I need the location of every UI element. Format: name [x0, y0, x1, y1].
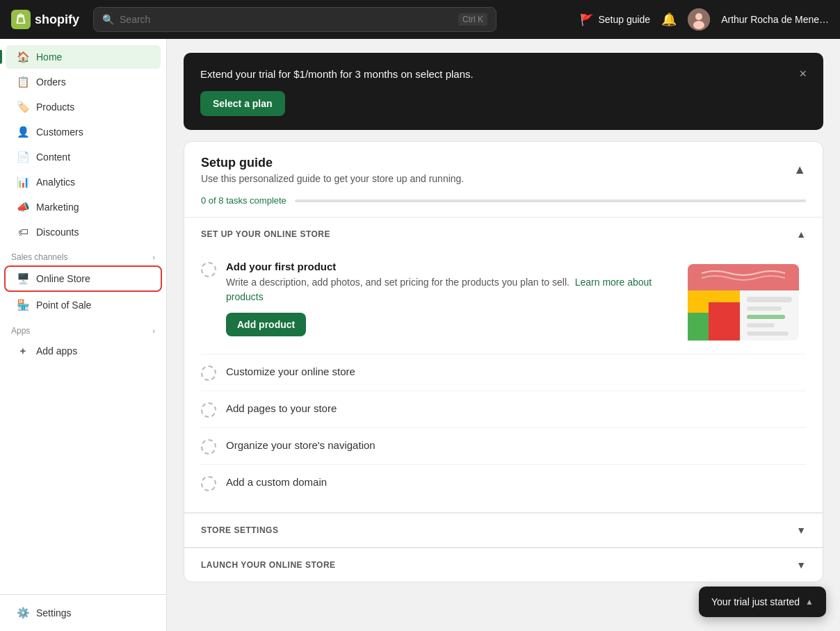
progress-text: 0 of 8 tasks complete	[201, 195, 286, 206]
products-icon: 🏷️	[17, 101, 29, 113]
search-shortcut: Ctrl K	[458, 13, 487, 26]
svg-rect-9	[709, 302, 740, 341]
home-icon: 🏠	[17, 51, 29, 63]
search-icon: 🔍	[102, 14, 114, 25]
settings-section: ⚙️ Settings	[0, 594, 166, 631]
search-input[interactable]	[120, 14, 453, 25]
sidebar-item-label: Marketing	[36, 202, 79, 213]
online-store-icon: 🖥️	[17, 272, 29, 285]
setup-guide-header: Setup guide Use this personalized guide …	[184, 142, 823, 195]
sidebar: 🏠 Home 📋 Orders 🏷️ Products 👤 Customers …	[0, 39, 167, 631]
main-content: Extend your trial for $1/month for 3 mon…	[167, 39, 840, 631]
task-circle-customize	[201, 366, 216, 381]
setup-guide-subtitle: Use this personalized guide to get your …	[201, 173, 464, 184]
task-item-custom-domain[interactable]: Add a custom domain	[201, 464, 806, 501]
task-title-add-product: Add your first product	[226, 261, 671, 272]
marketing-icon: 📣	[17, 201, 29, 213]
topnav-right: 🚩 Setup guide 🔔 Arthur Rocha de Mene…	[580, 8, 829, 31]
sidebar-item-label: Add apps	[36, 345, 77, 357]
topnav: shopify 🔍 Ctrl K 🚩 Setup guide 🔔 Arthur …	[0, 0, 840, 39]
task-list: Add your first product Write a descripti…	[184, 251, 823, 512]
task-illustration	[681, 261, 806, 344]
shopify-bag-icon	[11, 10, 31, 29]
sidebar-item-discounts[interactable]: 🏷 Discounts	[6, 220, 161, 243]
sidebar-item-add-apps[interactable]: + Add apps	[6, 339, 161, 362]
task-circle-navigation	[201, 439, 216, 454]
task-item-customize-store[interactable]: Customize your online store	[201, 354, 806, 391]
sales-channels-section: Sales channels ›	[0, 244, 166, 265]
setup-guide-collapse-button[interactable]: ▲	[793, 163, 806, 177]
task-link-add-product[interactable]: Learn more about products	[226, 277, 652, 302]
setup-guide-button[interactable]: 🚩 Setup guide	[580, 13, 650, 26]
svg-rect-13	[747, 323, 775, 327]
sidebar-item-label: Orders	[36, 76, 66, 88]
section-label: SET UP YOUR ONLINE STORE	[201, 229, 330, 239]
sidebar-item-orders[interactable]: 📋 Orders	[6, 70, 161, 94]
task-body-add-product: Add your first product Write a descripti…	[226, 261, 671, 336]
sidebar-item-label: Settings	[36, 607, 72, 618]
task-circle-domain	[201, 476, 216, 491]
svg-rect-10	[747, 297, 792, 302]
orders-icon: 📋	[17, 76, 29, 88]
svg-rect-14	[747, 331, 789, 336]
sidebar-item-marketing[interactable]: 📣 Marketing	[6, 195, 161, 219]
logo-text: shopify	[35, 13, 79, 27]
launch-store-chevron: ▼	[796, 559, 806, 571]
sidebar-item-analytics[interactable]: 📊 Analytics	[6, 170, 161, 194]
toast-chevron-icon: ▲	[805, 597, 814, 607]
launch-store-header[interactable]: LAUNCH YOUR ONLINE STORE ▼	[184, 548, 823, 582]
sidebar-item-content[interactable]: 📄 Content	[6, 145, 161, 169]
sidebar-item-label: Discounts	[36, 227, 79, 238]
notifications-button[interactable]: 🔔	[661, 12, 677, 27]
promo-close-button[interactable]: ×	[799, 67, 807, 81]
section-setup-online-store[interactable]: SET UP YOUR ONLINE STORE ▲	[184, 217, 823, 251]
sidebar-item-label: Customers	[36, 126, 83, 138]
progress-row: 0 of 8 tasks complete	[184, 195, 823, 217]
sidebar-item-point-of-sale[interactable]: 🏪 Point of Sale	[6, 293, 161, 317]
settings-icon: ⚙️	[17, 607, 29, 619]
sidebar-item-online-store[interactable]: 🖥️ Online Store	[4, 265, 162, 292]
sidebar-item-settings[interactable]: ⚙️ Settings	[6, 601, 161, 625]
avatar-image	[688, 8, 710, 31]
trial-toast-text: Your trial just started	[711, 596, 800, 607]
setup-guide-label: Setup guide	[598, 14, 650, 25]
promo-text: Extend your trial for $1/month for 3 mon…	[200, 67, 788, 81]
select-plan-button[interactable]: Select a plan	[200, 91, 285, 116]
store-settings-chevron: ▼	[796, 525, 806, 536]
task-circle-add-product	[201, 262, 216, 277]
flag-icon: 🚩	[580, 13, 594, 26]
promo-banner: Extend your trial for $1/month for 3 mon…	[184, 53, 823, 130]
add-icon: +	[17, 345, 29, 357]
sales-channels-chevron[interactable]: ›	[152, 253, 155, 261]
task-item-add-pages[interactable]: Add pages to your store	[201, 391, 806, 427]
sidebar-item-home[interactable]: 🏠 Home	[6, 45, 161, 69]
sidebar-item-label: Analytics	[36, 177, 75, 188]
trial-toast[interactable]: Your trial just started ▲	[699, 587, 826, 617]
svg-point-3	[693, 21, 704, 29]
launch-store-label: LAUNCH YOUR ONLINE STORE	[201, 560, 336, 570]
content-icon: 📄	[17, 151, 29, 163]
task-title-domain: Add a custom domain	[226, 476, 327, 488]
sidebar-item-products[interactable]: 🏷️ Products	[6, 95, 161, 119]
search-bar[interactable]: 🔍 Ctrl K	[93, 7, 496, 32]
sidebar-item-label: Online Store	[36, 273, 90, 284]
store-settings-header[interactable]: STORE SETTINGS ▼	[184, 513, 823, 547]
product-illustration	[681, 261, 806, 344]
task-item-add-product[interactable]: Add your first product Write a descripti…	[201, 251, 806, 354]
sidebar-item-label: Home	[36, 51, 62, 63]
apps-chevron[interactable]: ›	[152, 327, 155, 335]
user-name[interactable]: Arthur Rocha de Mene…	[721, 14, 829, 25]
shopify-logo[interactable]: shopify	[11, 10, 79, 29]
task-title-navigation: Organize your store's navigation	[226, 439, 375, 451]
avatar[interactable]	[688, 8, 710, 31]
svg-rect-0	[11, 10, 31, 29]
customers-icon: 👤	[17, 126, 29, 138]
setup-guide-title: Setup guide	[201, 156, 464, 170]
task-title-customize: Customize your online store	[226, 366, 355, 377]
task-item-navigation[interactable]: Organize your store's navigation	[201, 427, 806, 464]
sidebar-item-customers[interactable]: 👤 Customers	[6, 120, 161, 144]
svg-rect-12	[747, 315, 785, 319]
task-desc-add-product: Write a description, add photos, and set…	[226, 275, 671, 304]
add-product-button[interactable]: Add product	[226, 313, 306, 336]
progress-bar	[295, 199, 806, 202]
